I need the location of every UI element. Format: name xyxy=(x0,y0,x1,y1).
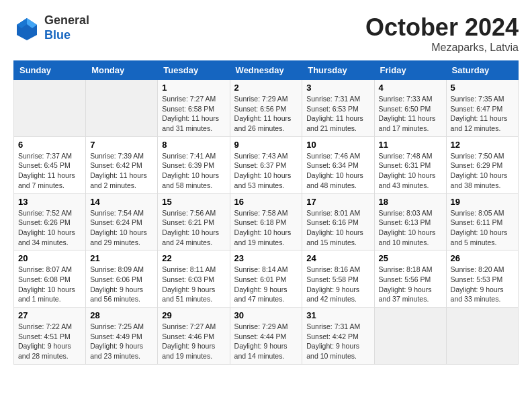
day-info: Sunrise: 8:05 AM Sunset: 6:11 PM Dayligh… xyxy=(451,208,514,248)
day-info: Sunrise: 8:01 AM Sunset: 6:16 PM Dayligh… xyxy=(306,208,369,248)
calendar-cell: 2Sunrise: 7:29 AM Sunset: 6:56 PM Daylig… xyxy=(230,80,302,137)
day-number: 5 xyxy=(451,83,514,93)
day-number: 16 xyxy=(234,197,298,207)
day-number: 6 xyxy=(18,140,81,150)
calendar-week-3: 13Sunrise: 7:52 AM Sunset: 6:26 PM Dayli… xyxy=(14,193,519,250)
day-number: 3 xyxy=(306,83,369,93)
calendar-cell: 3Sunrise: 7:31 AM Sunset: 6:53 PM Daylig… xyxy=(302,80,374,137)
day-number: 15 xyxy=(162,197,225,207)
day-info: Sunrise: 8:18 AM Sunset: 5:56 PM Dayligh… xyxy=(379,265,442,304)
calendar-cell: 13Sunrise: 7:52 AM Sunset: 6:26 PM Dayli… xyxy=(14,193,86,250)
calendar-cell: 17Sunrise: 8:01 AM Sunset: 6:16 PM Dayli… xyxy=(302,193,374,250)
calendar-cell: 30Sunrise: 7:29 AM Sunset: 4:44 PM Dayli… xyxy=(230,308,302,365)
calendar-cell xyxy=(374,308,446,365)
weekday-header-friday: Friday xyxy=(374,61,446,80)
day-number: 27 xyxy=(18,310,81,320)
calendar-cell: 31Sunrise: 7:31 AM Sunset: 4:42 PM Dayli… xyxy=(302,308,374,365)
calendar-cell: 15Sunrise: 7:56 AM Sunset: 6:21 PM Dayli… xyxy=(158,193,230,250)
day-number: 23 xyxy=(234,253,298,263)
day-info: Sunrise: 8:11 AM Sunset: 6:03 PM Dayligh… xyxy=(162,265,225,304)
logo-text: General Blue xyxy=(44,13,89,42)
weekday-header-sunday: Sunday xyxy=(14,61,86,80)
calendar-cell: 28Sunrise: 7:25 AM Sunset: 4:49 PM Dayli… xyxy=(86,308,158,365)
day-info: Sunrise: 7:33 AM Sunset: 6:50 PM Dayligh… xyxy=(379,94,442,134)
calendar-cell: 10Sunrise: 7:46 AM Sunset: 6:34 PM Dayli… xyxy=(302,136,374,193)
day-number: 14 xyxy=(90,197,153,207)
day-number: 29 xyxy=(162,310,225,320)
location: Mezaparks, Latvia xyxy=(365,42,519,54)
day-info: Sunrise: 7:37 AM Sunset: 6:45 PM Dayligh… xyxy=(18,151,81,191)
day-number: 11 xyxy=(379,140,442,150)
day-info: Sunrise: 7:52 AM Sunset: 6:26 PM Dayligh… xyxy=(18,208,81,248)
calendar-cell: 21Sunrise: 8:09 AM Sunset: 6:06 PM Dayli… xyxy=(86,250,158,308)
day-number: 8 xyxy=(162,140,225,150)
day-number: 10 xyxy=(306,140,369,150)
calendar-cell: 12Sunrise: 7:50 AM Sunset: 6:29 PM Dayli… xyxy=(446,136,518,193)
calendar-week-5: 27Sunrise: 7:22 AM Sunset: 4:51 PM Dayli… xyxy=(14,308,519,365)
weekday-header-saturday: Saturday xyxy=(446,61,518,80)
day-info: Sunrise: 7:43 AM Sunset: 6:37 PM Dayligh… xyxy=(234,151,298,191)
day-info: Sunrise: 7:46 AM Sunset: 6:34 PM Dayligh… xyxy=(306,151,369,191)
day-number: 30 xyxy=(234,310,298,320)
day-info: Sunrise: 7:50 AM Sunset: 6:29 PM Dayligh… xyxy=(451,151,514,191)
day-info: Sunrise: 8:03 AM Sunset: 6:13 PM Dayligh… xyxy=(379,208,442,248)
calendar-cell: 9Sunrise: 7:43 AM Sunset: 6:37 PM Daylig… xyxy=(230,136,302,193)
day-info: Sunrise: 8:14 AM Sunset: 6:01 PM Dayligh… xyxy=(234,265,298,304)
calendar-week-4: 20Sunrise: 8:07 AM Sunset: 6:08 PM Dayli… xyxy=(14,250,519,308)
day-info: Sunrise: 8:16 AM Sunset: 5:58 PM Dayligh… xyxy=(306,265,369,304)
title-block: October 2024 Mezaparks, Latvia xyxy=(365,13,519,54)
day-number: 7 xyxy=(90,140,153,150)
day-number: 26 xyxy=(451,253,514,263)
day-number: 2 xyxy=(234,83,298,93)
calendar-cell: 7Sunrise: 7:39 AM Sunset: 6:42 PM Daylig… xyxy=(86,136,158,193)
day-number: 31 xyxy=(306,310,369,320)
calendar-table: SundayMondayTuesdayWednesdayThursdayFrid… xyxy=(13,60,519,365)
calendar-cell: 1Sunrise: 7:27 AM Sunset: 6:58 PM Daylig… xyxy=(158,80,230,137)
day-info: Sunrise: 7:29 AM Sunset: 6:56 PM Dayligh… xyxy=(234,94,298,134)
day-info: Sunrise: 7:27 AM Sunset: 6:58 PM Dayligh… xyxy=(162,94,225,134)
calendar-cell: 14Sunrise: 7:54 AM Sunset: 6:24 PM Dayli… xyxy=(86,193,158,250)
day-info: Sunrise: 7:25 AM Sunset: 4:49 PM Dayligh… xyxy=(90,322,153,361)
calendar-cell: 22Sunrise: 8:11 AM Sunset: 6:03 PM Dayli… xyxy=(158,250,230,308)
calendar-cell: 27Sunrise: 7:22 AM Sunset: 4:51 PM Dayli… xyxy=(14,308,86,365)
day-number: 22 xyxy=(162,253,225,263)
calendar-week-2: 6Sunrise: 7:37 AM Sunset: 6:45 PM Daylig… xyxy=(14,136,519,193)
calendar-cell xyxy=(14,80,86,137)
calendar-cell: 11Sunrise: 7:48 AM Sunset: 6:31 PM Dayli… xyxy=(374,136,446,193)
day-number: 4 xyxy=(379,83,442,93)
calendar-cell: 18Sunrise: 8:03 AM Sunset: 6:13 PM Dayli… xyxy=(374,193,446,250)
day-info: Sunrise: 7:22 AM Sunset: 4:51 PM Dayligh… xyxy=(18,322,81,361)
weekday-header-tuesday: Tuesday xyxy=(158,61,230,80)
day-number: 19 xyxy=(451,197,514,207)
calendar-cell: 4Sunrise: 7:33 AM Sunset: 6:50 PM Daylig… xyxy=(374,80,446,137)
day-number: 21 xyxy=(90,253,153,263)
day-number: 1 xyxy=(162,83,225,93)
day-info: Sunrise: 7:58 AM Sunset: 6:18 PM Dayligh… xyxy=(234,208,298,248)
day-info: Sunrise: 7:35 AM Sunset: 6:47 PM Dayligh… xyxy=(451,94,514,134)
calendar-week-1: 1Sunrise: 7:27 AM Sunset: 6:58 PM Daylig… xyxy=(14,80,519,137)
page-header: General Blue October 2024 Mezaparks, Lat… xyxy=(13,13,519,54)
calendar-cell: 20Sunrise: 8:07 AM Sunset: 6:08 PM Dayli… xyxy=(14,250,86,308)
logo-icon xyxy=(13,15,40,42)
day-info: Sunrise: 7:29 AM Sunset: 4:44 PM Dayligh… xyxy=(234,322,298,361)
day-info: Sunrise: 7:56 AM Sunset: 6:21 PM Dayligh… xyxy=(162,208,225,248)
day-number: 12 xyxy=(451,140,514,150)
day-info: Sunrise: 7:31 AM Sunset: 6:53 PM Dayligh… xyxy=(306,94,369,134)
day-number: 13 xyxy=(18,197,81,207)
day-info: Sunrise: 7:41 AM Sunset: 6:39 PM Dayligh… xyxy=(162,151,225,191)
day-info: Sunrise: 7:48 AM Sunset: 6:31 PM Dayligh… xyxy=(379,151,442,191)
day-number: 18 xyxy=(379,197,442,207)
calendar-cell: 24Sunrise: 8:16 AM Sunset: 5:58 PM Dayli… xyxy=(302,250,374,308)
day-info: Sunrise: 8:09 AM Sunset: 6:06 PM Dayligh… xyxy=(90,265,153,304)
calendar-cell: 16Sunrise: 7:58 AM Sunset: 6:18 PM Dayli… xyxy=(230,193,302,250)
day-info: Sunrise: 7:27 AM Sunset: 4:46 PM Dayligh… xyxy=(162,322,225,361)
day-info: Sunrise: 7:39 AM Sunset: 6:42 PM Dayligh… xyxy=(90,151,153,191)
day-info: Sunrise: 8:07 AM Sunset: 6:08 PM Dayligh… xyxy=(18,265,81,304)
calendar-cell: 23Sunrise: 8:14 AM Sunset: 6:01 PM Dayli… xyxy=(230,250,302,308)
calendar-cell xyxy=(446,308,518,365)
weekday-header-thursday: Thursday xyxy=(302,61,374,80)
day-number: 24 xyxy=(306,253,369,263)
calendar-cell xyxy=(86,80,158,137)
calendar-cell: 25Sunrise: 8:18 AM Sunset: 5:56 PM Dayli… xyxy=(374,250,446,308)
day-info: Sunrise: 7:31 AM Sunset: 4:42 PM Dayligh… xyxy=(306,322,369,361)
